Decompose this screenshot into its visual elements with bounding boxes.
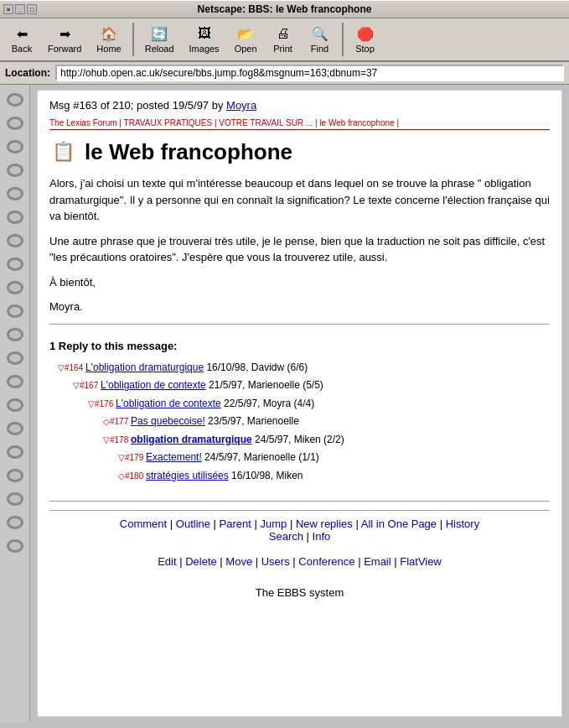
- bottom-nav-row3-link-6[interactable]: FlatView: [400, 555, 442, 568]
- nav-separator: |: [167, 517, 176, 530]
- spine-ring: [7, 516, 23, 529]
- bottom-nav-row3-link-2[interactable]: Move: [225, 555, 252, 568]
- reply-item: ▽#176 L'obligation de contexte 22/5/97, …: [58, 395, 550, 413]
- reply-meta: 22/5/97, Moyra (4/4): [221, 398, 314, 409]
- content-panel: Msg #163 of 210; posted 19/5/97 by Moyra…: [37, 90, 562, 717]
- reload-button[interactable]: 🔄 Reload: [139, 22, 180, 57]
- bottom-nav-row3-link-4[interactable]: Conference: [298, 555, 354, 568]
- reply-item: ◇#177 Pas quebecoise! 23/5/97, Marienoel…: [58, 413, 550, 431]
- breadcrumb-link-3[interactable]: le Web francophone: [319, 118, 394, 127]
- nav-separator: |: [353, 517, 361, 530]
- nav-separator: |: [391, 555, 401, 568]
- bottom-nav-row1-link-0[interactable]: Comment: [120, 517, 167, 530]
- bottom-divider: [49, 501, 550, 502]
- footer: The EBBS system: [49, 575, 550, 604]
- reply-header: 1 Reply to this message:: [49, 340, 550, 352]
- minimize-button[interactable]: _: [15, 4, 25, 14]
- bottom-nav-row1-link-3[interactable]: Jump: [261, 517, 287, 530]
- article-para-0: Alors, j'ai choisi un texte qui m'intére…: [49, 175, 550, 225]
- breadcrumb: The Lexias Forum | TRAVAUX PRATIQUES | V…: [49, 118, 550, 130]
- home-button[interactable]: 🏠 Home: [91, 22, 127, 57]
- reply-item: ▽#179 Exactement! 24/5/97, Marienoelle (…: [58, 449, 550, 467]
- print-icon: 🖨: [273, 25, 293, 42]
- message-header: Msg #163 of 210; posted 19/5/97 by Moyra: [49, 99, 550, 112]
- stop-icon: 🛑: [355, 25, 375, 42]
- back-button[interactable]: ⬅ Back: [5, 22, 39, 57]
- spine-ring: [7, 351, 23, 365]
- spine: [0, 85, 30, 722]
- reply-meta: 16/10/98, Miken: [229, 470, 303, 481]
- breadcrumb-link-2[interactable]: VOTRE TRAVAIL SUR ...: [219, 118, 313, 127]
- images-button[interactable]: 🖼 Images: [184, 22, 225, 57]
- reply-link-0[interactable]: L'obligation dramaturgique: [85, 361, 204, 373]
- reply-section: 1 Reply to this message: ▽#164 L'obligat…: [49, 333, 550, 492]
- nav-separator: |: [355, 555, 365, 568]
- bottom-nav-row1-link-4[interactable]: New replies: [296, 517, 353, 530]
- bottom-nav-row1-link-2[interactable]: Parent: [220, 517, 251, 530]
- print-button[interactable]: 🖨 Print: [266, 22, 300, 57]
- open-button[interactable]: 📂 Open: [229, 22, 263, 57]
- find-button[interactable]: 🔍 Find: [303, 22, 337, 57]
- nav-separator: |: [287, 517, 296, 530]
- breadcrumb-link-1[interactable]: TRAVAUX PRATIQUES: [124, 118, 213, 127]
- reply-meta: 21/5/97, Marienoelle (5/5): [206, 379, 323, 391]
- reply-meta: 23/5/97, Marienoelle: [205, 415, 299, 427]
- spine-ring: [7, 375, 23, 388]
- reply-tree: ▽#164 L'obligation dramaturgique 16/10/9…: [49, 359, 550, 486]
- reply-link-3[interactable]: Pas quebecoise!: [131, 415, 205, 427]
- bottom-nav-row2-link-1[interactable]: Info: [313, 530, 331, 543]
- article-title: le Web francophone: [85, 139, 292, 165]
- reply-marker: ▽#164: [58, 363, 85, 372]
- reply-link-4[interactable]: obligation dramaturgique: [131, 434, 252, 445]
- title-bar: × _ □ Netscape: BBS: le Web francophone: [0, 0, 569, 18]
- spine-ring: [7, 281, 23, 294]
- nav-separator: |: [303, 530, 313, 543]
- reply-link-6[interactable]: stratégies utilisées: [146, 470, 229, 481]
- article-body: Alors, j'ai choisi un texte qui m'intére…: [49, 175, 550, 315]
- author-link[interactable]: Moyra: [226, 99, 256, 112]
- reply-marker: ◇#180: [118, 471, 146, 481]
- bottom-nav-row3-link-1[interactable]: Delete: [185, 555, 217, 568]
- location-input[interactable]: [55, 65, 564, 81]
- bottom-nav-row3-link-5[interactable]: Email: [364, 555, 391, 568]
- reply-link-2[interactable]: L'obligation de contexte: [116, 398, 221, 409]
- bottom-nav-row2: Search | Info: [53, 530, 546, 543]
- stop-button[interactable]: 🛑 Stop: [349, 22, 382, 57]
- reply-marker: ▽#179: [118, 453, 146, 462]
- close-button[interactable]: ×: [3, 4, 13, 14]
- maximize-button[interactable]: □: [27, 4, 37, 14]
- bottom-nav-row1-link-6[interactable]: History: [446, 517, 479, 530]
- spine-ring: [7, 257, 23, 271]
- bottom-nav-row1-link-5[interactable]: All in One Page: [361, 517, 437, 530]
- bottom-nav-row1-link-1[interactable]: Outline: [176, 517, 210, 530]
- toolbar: ⬅ Back ➡ Forward 🏠 Home 🔄 Reload 🖼 Image…: [0, 18, 569, 62]
- window-controls[interactable]: × _ □: [3, 4, 37, 14]
- reply-marker: ▽#167: [73, 381, 101, 390]
- window-title: Netscape: BBS: le Web francophone: [198, 3, 372, 15]
- spine-ring: [7, 539, 23, 553]
- reply-link-5[interactable]: Exactement!: [146, 451, 202, 463]
- breadcrumb-link-0[interactable]: The Lexias Forum: [49, 118, 117, 127]
- main-content: Msg #163 of 210; posted 19/5/97 by Moyra…: [0, 85, 569, 722]
- reply-item: ▽#164 L'obligation dramaturgique 16/10/9…: [58, 359, 550, 377]
- forward-button[interactable]: ➡ Forward: [42, 22, 87, 57]
- reply-link-1[interactable]: L'obligation de contexte: [101, 379, 206, 391]
- bottom-nav-row3-link-0[interactable]: Edit: [158, 555, 176, 568]
- nav-separator: |: [177, 555, 186, 568]
- spine-ring: [7, 234, 23, 247]
- msg-info-text: Msg #163 of 210; posted 19/5/97 by: [49, 99, 226, 112]
- spine-ring: [7, 445, 23, 459]
- reply-marker: ▽#178: [103, 435, 131, 445]
- spine-ring: [7, 492, 23, 506]
- reply-item: ◇#180 stratégies utilisées 16/10/98, Mik…: [58, 467, 550, 486]
- nav-separator: |: [217, 555, 226, 568]
- bottom-nav-row3-link-3[interactable]: Users: [261, 555, 290, 568]
- toolbar-separator-2: [342, 23, 344, 56]
- bottom-nav-row2-link-0[interactable]: Search: [269, 530, 303, 543]
- spine-ring: [7, 304, 23, 318]
- article-divider: [49, 324, 550, 325]
- home-icon: 🏠: [99, 25, 119, 42]
- nav-separator: |: [437, 517, 446, 530]
- reply-marker: ▽#176: [88, 399, 116, 408]
- spine-ring: [7, 93, 23, 107]
